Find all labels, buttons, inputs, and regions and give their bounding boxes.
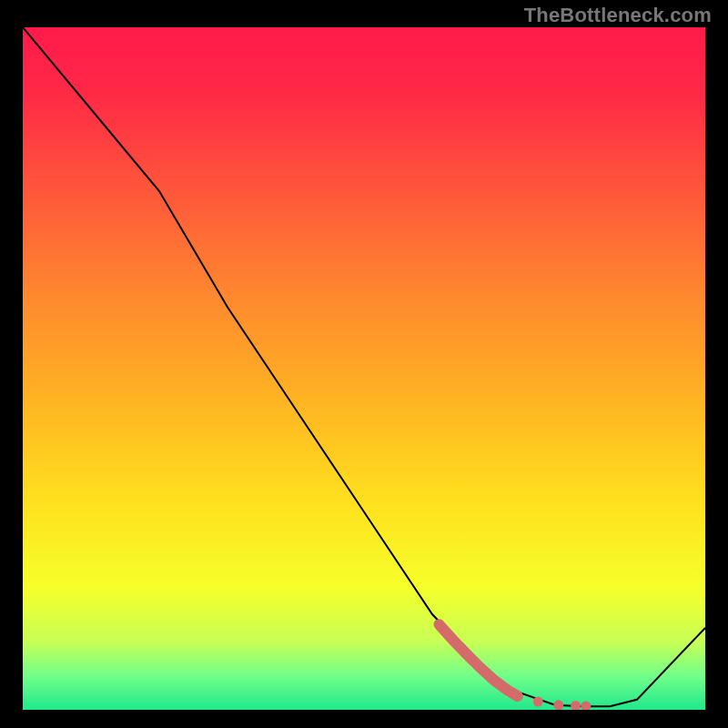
highlight-dot <box>553 700 563 710</box>
highlight-dot <box>533 697 543 707</box>
chart-frame: TheBottleneck.com <box>0 0 728 728</box>
gradient-background <box>23 27 705 710</box>
watermark-text: TheBottleneck.com <box>524 4 712 27</box>
chart-svg <box>23 27 705 710</box>
plot-area <box>23 27 705 710</box>
